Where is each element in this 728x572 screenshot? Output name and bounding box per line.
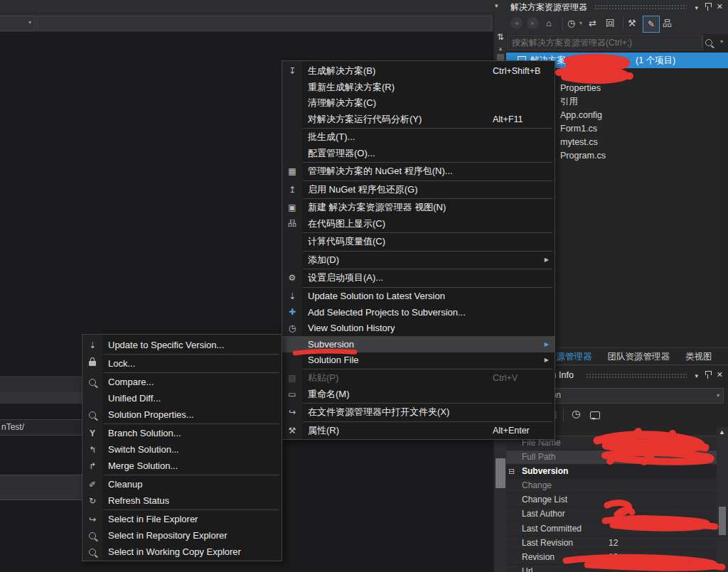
property-row[interactable]: Revision 12	[506, 551, 717, 565]
window-position-icon[interactable]: ▾	[695, 371, 698, 381]
menu-item[interactable]: ⇣ Update to Specific Version...	[82, 337, 282, 353]
scrollbar-thumb[interactable]	[719, 507, 726, 535]
menu-item-label: 粘贴(P)	[308, 372, 338, 384]
menu-item[interactable]: Subversion ▶	[282, 336, 555, 352]
menu-item[interactable]: ↥ 启用 NuGet 程序包还原(G)	[282, 182, 555, 198]
menu-item-icon	[282, 95, 302, 112]
property-row[interactable]: Last Committed	[506, 522, 717, 536]
collapse-all-icon[interactable]: 回	[606, 17, 615, 29]
menu-item[interactable]: Lock...	[82, 355, 282, 372]
menu-item[interactable]: ↧ 生成解决方案(B) Ctrl+Shift+B	[282, 63, 555, 80]
property-row[interactable]: ⊟ Subversion	[506, 465, 717, 479]
grid-scrollbar[interactable]: ▲	[717, 427, 728, 572]
menu-item[interactable]: Compare...	[82, 374, 282, 390]
menu-item[interactable]: ↱ Merge Solution...	[82, 458, 282, 474]
pin-icon[interactable]	[705, 3, 711, 11]
menu-item[interactable]: Solution File ▶	[282, 352, 555, 369]
scroll-up-icon[interactable]: ▲	[719, 428, 725, 436]
toolbar-combobox[interactable]: ▾	[0, 16, 36, 31]
menu-item-icon: ▣	[282, 200, 302, 216]
menu-item[interactable]: Select in Repository Explorer	[82, 527, 282, 544]
window-menu-arrow-icon[interactable]: ▾	[495, 2, 498, 9]
menu-item-label: Cleanup	[108, 479, 142, 490]
menu-item[interactable]: ▤ 粘贴(P) Ctrl+V	[282, 370, 555, 387]
property-row[interactable]: Last Revision 12	[506, 536, 717, 551]
preview-selected-items-button[interactable]: ✎	[643, 16, 660, 33]
menu-item[interactable]: ↪ Select in File Explorer	[82, 511, 282, 527]
menu-item-label: Refresh Status	[108, 495, 169, 506]
property-row[interactable]: Last Author	[506, 507, 717, 522]
property-label: Revision	[522, 551, 555, 564]
bottom-tab[interactable]: 团队资源管理器	[604, 351, 675, 363]
menu-item-shortcut: Ctrl+V	[493, 373, 518, 383]
search-icon[interactable]	[705, 39, 712, 46]
menu-item[interactable]: ◷ View Solution History	[282, 320, 555, 337]
menu-item-icon	[282, 336, 302, 352]
pin-icon[interactable]	[705, 371, 711, 379]
pending-changes-filter-icon[interactable]: ◷	[567, 17, 575, 29]
toolbar-field[interactable]	[37, 16, 492, 31]
menu-item[interactable]: Solution Properties...	[82, 406, 282, 423]
menu-item[interactable]: 添加(D) ▶	[282, 252, 555, 269]
close-icon[interactable]: ✕	[717, 1, 723, 11]
properties-wrench-icon[interactable]: ⚒	[628, 17, 636, 29]
scroll-up-icon[interactable]: ▲	[496, 45, 505, 52]
menu-item[interactable]: 计算代码度量值(C)	[282, 234, 555, 250]
menu-item-label: Select in File Explorer	[108, 514, 198, 524]
property-row[interactable]: Change	[506, 479, 717, 493]
menu-item[interactable]: Unified Diff...	[82, 390, 282, 406]
menu-item[interactable]: ▦ 管理解决方案的 NuGet 程序包(N)...	[282, 163, 555, 180]
chevron-down-icon[interactable]: ▾	[579, 17, 582, 29]
menu-item-icon: ↧	[282, 63, 302, 80]
forward-icon[interactable]: ►	[527, 17, 539, 29]
menu-item-label: Select in Repository Explorer	[108, 530, 228, 541]
menu-item-label: 重新生成解决方案(R)	[308, 81, 395, 94]
menu-item[interactable]: ⚙ 设置启动项目(A)...	[282, 270, 555, 286]
refresh-icon[interactable]: ⇄	[589, 17, 596, 29]
menu-item-label: 启用 NuGet 程序包还原(G)	[308, 183, 418, 196]
menu-item[interactable]: ▣ 新建 解决方案资源管理器 视图(N)	[282, 200, 555, 216]
sync-with-active-document-icon[interactable]: 品	[663, 17, 672, 29]
splitter-handle-icon[interactable]: ⇅	[496, 31, 505, 43]
property-label: Last Revision	[522, 536, 573, 550]
magnifier-icon	[89, 532, 96, 539]
property-row[interactable]: Url	[506, 565, 717, 572]
menu-item[interactable]: ⚒ 属性(R) Alt+Enter	[282, 423, 555, 439]
chevron-down-icon[interactable]: ▾	[720, 38, 723, 45]
property-row[interactable]: Change List	[506, 493, 717, 507]
solution-project-count: (1 个项目)	[636, 53, 675, 68]
property-row[interactable]: Full Path	[506, 450, 717, 465]
menu-item[interactable]: 品 在代码图上显示(C)	[282, 216, 555, 232]
menu-item[interactable]: ⇣ Update Solution to Latest Version	[282, 288, 555, 305]
window-position-icon[interactable]: ▾	[695, 3, 698, 13]
home-icon[interactable]: ⌂	[546, 17, 552, 29]
close-icon[interactable]: ✕	[717, 369, 723, 379]
menu-item-icon	[82, 390, 102, 406]
menu-item[interactable]: ↻ Refresh Status	[82, 492, 282, 509]
menu-item[interactable]: ↪ 在文件资源管理器中打开文件夹(X)	[282, 404, 555, 421]
menu-item-label: 配置管理器(O)...	[308, 147, 375, 160]
left-panel-band	[0, 475, 82, 500]
menu-item[interactable]: ↰ Switch Solution...	[82, 441, 282, 458]
menu-item[interactable]: 清理解决方案(C)	[282, 95, 555, 112]
collapse-box-icon[interactable]: ⊟	[508, 465, 515, 478]
bottom-tab[interactable]: 类视图	[681, 351, 717, 363]
menu-item[interactable]: 重新生成解决方案(R)	[282, 80, 555, 96]
left-panel-strip	[0, 376, 82, 392]
back-icon[interactable]: ◄	[510, 17, 523, 29]
menu-item[interactable]: ✐ Cleanup	[82, 476, 282, 492]
menu-item[interactable]: Select in Working Copy Explorer	[82, 544, 282, 560]
scrollbar-thumb-lower[interactable]	[496, 458, 505, 488]
menu-item-icon: ⚒	[282, 423, 302, 439]
menu-item[interactable]: ▭ 重命名(M)	[282, 387, 555, 403]
vs-ide-window: ▾ ▾ ⇅ ▲ nTest/ 解决方案资源管理器 ▾ ✕ ◄ ► ⌂ ◷ ▾	[0, 0, 728, 572]
menu-item[interactable]: ✚ Add Selected Projects to Subversion...	[282, 304, 555, 320]
context-menu-items: ↧ 生成解决方案(B) Ctrl+Shift+B 重新生成解决方案(R) 清理解…	[282, 63, 555, 438]
history-icon[interactable]: ◷	[572, 408, 580, 419]
comment-icon[interactable]	[590, 411, 600, 419]
menu-item[interactable]: 批生成(T)...	[282, 129, 555, 146]
menu-item[interactable]: 对解决方案运行代码分析(Y) Alt+F11	[282, 112, 555, 128]
search-input[interactable]	[507, 35, 703, 50]
menu-item[interactable]: Y Branch Solution...	[82, 425, 282, 441]
menu-item[interactable]: 配置管理器(O)...	[282, 146, 555, 162]
